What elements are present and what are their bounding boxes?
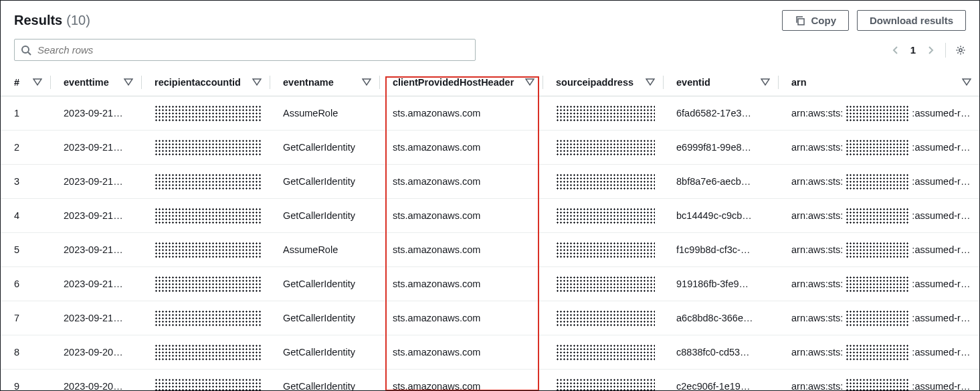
prev-page-button[interactable] (890, 45, 901, 56)
download-results-button[interactable]: Download results (857, 10, 966, 31)
column-header-sourceipaddress[interactable]: sourceipaddress (543, 69, 663, 96)
filter-icon[interactable] (362, 78, 371, 87)
results-table: #eventtimerecipientaccountideventnamecli… (1, 69, 979, 391)
column-header-eventid[interactable]: eventid (663, 69, 778, 96)
cell-eventid: 8bf8a7e6-aecb… (663, 165, 778, 199)
cell-recipientaccountid (141, 233, 270, 267)
cell-sourceipaddress (543, 199, 663, 233)
svg-marker-6 (253, 79, 261, 85)
filter-icon[interactable] (33, 78, 42, 87)
cell-hostheader: sts.amazonaws.com (379, 267, 543, 301)
cell-sourceipaddress (543, 96, 663, 131)
copy-button[interactable]: Copy (782, 10, 849, 31)
filter-icon[interactable] (761, 78, 770, 87)
svg-marker-4 (33, 79, 41, 85)
cell-hostheader: sts.amazonaws.com (379, 199, 543, 233)
redacted-value (556, 344, 655, 360)
column-label: sourceipaddress (556, 77, 633, 88)
cell-idx: 6 (1, 267, 50, 301)
cell-eventname: GetCallerIdentity (270, 131, 379, 165)
cell-idx: 8 (1, 335, 50, 370)
column-label: eventname (283, 77, 334, 88)
controls-row: 1 (1, 35, 979, 69)
filter-icon[interactable] (962, 78, 971, 87)
column-label: arn (791, 77, 807, 88)
filter-icon[interactable] (525, 78, 534, 87)
results-panel: Results (10) Copy Download results 1 (0, 0, 980, 391)
filter-icon[interactable] (124, 78, 133, 87)
cell-eventtime: 2023-09-21… (50, 96, 141, 131)
next-page-button[interactable] (925, 45, 936, 56)
redacted-value (846, 173, 909, 189)
table-row[interactable]: 42023-09-21…GetCallerIdentitysts.amazona… (1, 199, 979, 233)
results-title: Results (14, 13, 62, 28)
redacted-value (556, 242, 655, 258)
cell-hostheader: sts.amazonaws.com (379, 301, 543, 335)
redacted-value (556, 139, 655, 155)
table-row[interactable]: 82023-09-20…GetCallerIdentitysts.amazona… (1, 335, 979, 370)
svg-marker-10 (761, 79, 769, 85)
column-header-recipientaccountid[interactable]: recipientaccountid (141, 69, 270, 96)
cell-sourceipaddress (543, 370, 663, 392)
redacted-value (155, 242, 262, 258)
redacted-value (556, 208, 655, 224)
cell-eventname: GetCallerIdentity (270, 301, 379, 335)
table-row[interactable]: 12023-09-21…AssumeRolests.amazonaws.com6… (1, 96, 979, 131)
settings-button[interactable] (955, 45, 966, 56)
redacted-value (846, 139, 909, 155)
svg-marker-9 (646, 79, 654, 85)
cell-sourceipaddress (543, 131, 663, 165)
cell-recipientaccountid (141, 335, 270, 370)
svg-marker-5 (124, 79, 132, 85)
svg-rect-0 (798, 19, 804, 25)
cell-arn: arn:aws:sts::assumed-r… (778, 233, 979, 267)
table-row[interactable]: 72023-09-21…GetCallerIdentitysts.amazona… (1, 301, 979, 335)
redacted-value (556, 105, 655, 121)
cell-recipientaccountid (141, 96, 270, 131)
filter-icon[interactable] (646, 78, 655, 87)
cell-eventtime: 2023-09-21… (50, 301, 141, 335)
column-header-eventtime[interactable]: eventtime (50, 69, 141, 96)
column-header-arn[interactable]: arn (778, 69, 979, 96)
cell-arn: arn:aws:sts::assumed-r… (778, 199, 979, 233)
cell-eventtime: 2023-09-21… (50, 267, 141, 301)
redacted-value (846, 276, 909, 292)
redacted-value (155, 276, 262, 292)
table-row[interactable]: 52023-09-21…AssumeRolests.amazonaws.comf… (1, 233, 979, 267)
filter-icon[interactable] (252, 78, 262, 87)
table-row[interactable]: 32023-09-21…GetCallerIdentitysts.amazona… (1, 165, 979, 199)
copy-icon (795, 15, 805, 26)
cell-hostheader: sts.amazonaws.com (379, 96, 543, 131)
cell-idx: 1 (1, 96, 50, 131)
cell-eventname: AssumeRole (270, 233, 379, 267)
table-row[interactable]: 22023-09-21…GetCallerIdentitysts.amazona… (1, 131, 979, 165)
cell-hostheader: sts.amazonaws.com (379, 233, 543, 267)
redacted-value (155, 378, 262, 391)
cell-sourceipaddress (543, 233, 663, 267)
cell-eventid: f1c99b8d-cf3c-… (663, 233, 778, 267)
cell-eventid: e6999f81-99e8… (663, 131, 778, 165)
results-count: (10) (66, 13, 90, 28)
cell-idx: 3 (1, 165, 50, 199)
search-input[interactable] (14, 39, 476, 61)
cell-eventtime: 2023-09-20… (50, 370, 141, 392)
cell-arn: arn:aws:sts::assumed-r… (778, 335, 979, 370)
cell-recipientaccountid (141, 370, 270, 392)
redacted-value (155, 105, 262, 121)
redacted-value (556, 276, 655, 292)
column-header-idx[interactable]: # (1, 69, 50, 96)
cell-idx: 5 (1, 233, 50, 267)
column-header-eventname[interactable]: eventname (270, 69, 379, 96)
table-row[interactable]: 92023-09-20…GetCallerIdentitysts.amazona… (1, 370, 979, 392)
redacted-value (556, 173, 655, 189)
cell-recipientaccountid (141, 131, 270, 165)
cell-eventname: GetCallerIdentity (270, 165, 379, 199)
column-header-clientProvidedHostHeader[interactable]: clientProvidedHostHeader (379, 69, 543, 96)
table-row[interactable]: 62023-09-21…GetCallerIdentitysts.amazona… (1, 267, 979, 301)
download-button-label: Download results (870, 15, 953, 26)
svg-line-2 (28, 52, 31, 55)
redacted-value (846, 105, 909, 121)
cell-hostheader: sts.amazonaws.com (379, 131, 543, 165)
cell-eventtime: 2023-09-21… (50, 233, 141, 267)
cell-recipientaccountid (141, 199, 270, 233)
